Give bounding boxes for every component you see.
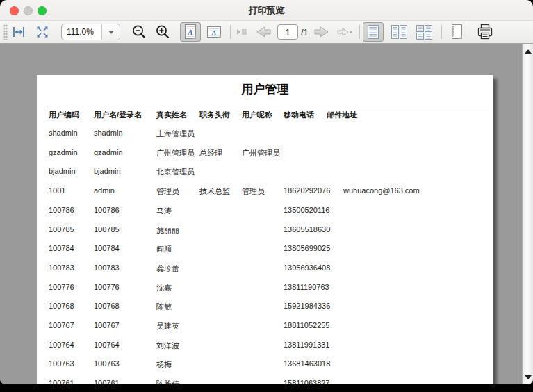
table-cell: 施丽丽 — [156, 225, 179, 236]
vertical-scrollbar[interactable] — [522, 44, 533, 384]
scroll-down-icon — [525, 375, 532, 379]
landscape-icon: A — [206, 24, 222, 40]
landscape-button[interactable]: A — [204, 22, 224, 42]
table-cell: 100786 — [49, 206, 74, 214]
chevron-down-icon — [108, 31, 114, 34]
table-cell: 1001 — [49, 186, 65, 195]
table-cell: 100776 — [49, 283, 74, 291]
table-cell: admin — [94, 186, 115, 195]
table-cell: 100761 — [94, 379, 120, 384]
table-cell: 13805699025 — [284, 244, 330, 252]
table-cell: 陈雅倩 — [156, 379, 179, 384]
table-row: 100785100785施丽丽13605518630 — [37, 225, 493, 235]
table-cell: 管理员 — [156, 186, 179, 197]
svg-text:A: A — [211, 29, 216, 36]
window-title: 打印预览 — [0, 0, 533, 21]
portrait-button[interactable]: A — [180, 22, 201, 42]
table-cell: 广州管理员 — [242, 148, 280, 158]
table-cell: 广州管理员 — [156, 148, 195, 158]
zoom-combobox — [61, 24, 120, 40]
first-page-icon — [235, 26, 249, 38]
toolbar-drag-handle[interactable] — [3, 24, 8, 40]
table-row: bjadminbjadmin北京管理员 — [37, 167, 493, 177]
zoom-dropdown-button[interactable] — [101, 24, 120, 40]
table-cell: 100784 — [49, 244, 74, 252]
table-cell: 100768 — [49, 302, 74, 310]
table-cell: 13811991331 — [284, 341, 329, 349]
zoom-in-button[interactable] — [153, 22, 172, 42]
next-page-button[interactable] — [312, 22, 331, 42]
table-cell: 100776 — [94, 283, 120, 291]
overview-view-button[interactable] — [413, 22, 435, 42]
page-setup-button[interactable] — [447, 22, 467, 42]
titlebar: 打印预览 — [0, 0, 533, 21]
table-cell: 管理员 — [242, 186, 265, 197]
toolbar-separator — [230, 25, 231, 39]
table-cell: 龚珍蕾 — [156, 263, 179, 274]
table-cell: 100785 — [49, 225, 74, 234]
portrait-icon: A — [183, 24, 198, 40]
column-header: 真实姓名 — [156, 110, 187, 120]
column-header: 移动电话 — [284, 110, 314, 120]
column-header: 用户呢称 — [242, 110, 272, 120]
svg-text:A: A — [187, 28, 192, 36]
table-row: 100763100763杨梅13681463018 — [37, 359, 493, 369]
table-cell: 刘洋波 — [156, 341, 179, 351]
scroll-down-button[interactable] — [523, 373, 533, 382]
table-cell: 陈敏 — [156, 302, 172, 312]
table-cell: 18620292076 — [284, 186, 330, 195]
toolbar: A A — [0, 21, 533, 44]
zoom-level-input[interactable] — [62, 24, 101, 40]
fit-width-button[interactable] — [10, 22, 28, 42]
facing-pages-view-icon — [390, 24, 408, 40]
table-cell: 100785 — [94, 225, 120, 234]
table-cell: 100768 — [94, 302, 120, 310]
table-cell: 13605518630 — [284, 225, 330, 234]
fit-page-icon — [35, 24, 50, 40]
report-title: 用户管理 — [37, 81, 493, 97]
previous-page-icon — [254, 24, 272, 40]
table-cell: 13811190763 — [284, 283, 329, 291]
table-cell: shadmin — [49, 129, 78, 137]
table-cell: 13956936408 — [284, 263, 330, 272]
column-header: 用户编码 — [49, 110, 79, 120]
zoom-out-button[interactable] — [129, 22, 149, 42]
table-cell: 总经理 — [199, 148, 222, 158]
page-number-input[interactable] — [277, 24, 298, 40]
table-row: 100764100764刘洋波13811991331 — [37, 341, 493, 350]
scroll-up-button[interactable] — [523, 47, 533, 56]
zoom-out-icon — [131, 24, 147, 40]
fit-page-button[interactable] — [33, 22, 51, 42]
table-cell: 100786 — [94, 206, 120, 214]
overview-view-icon — [415, 24, 433, 40]
next-page-icon — [313, 24, 331, 40]
first-page-button[interactable] — [233, 22, 250, 42]
single-page-view-button[interactable] — [363, 22, 384, 42]
page-setup-icon — [448, 23, 465, 41]
table-cell: 15921984336 — [284, 302, 330, 310]
table-cell: 100783 — [49, 263, 74, 272]
table-cell: gzadmin — [94, 148, 123, 156]
print-button[interactable] — [475, 22, 496, 42]
table-row: gzadmingzadmin广州管理员总经理广州管理员 — [37, 148, 493, 158]
table-cell: 100764 — [94, 341, 120, 349]
table-row: 100767100767吴建英18811052255 — [37, 321, 493, 331]
table-row: 100761100761陈雅倩15811063827 — [37, 379, 493, 384]
toolbar-separator — [441, 25, 442, 39]
page-count-label: /1 — [301, 27, 309, 38]
table-row: 100784100784阎顺13805699025 — [37, 244, 493, 254]
column-header: 职务头衔 — [199, 110, 230, 120]
table-cell: 杨梅 — [156, 359, 172, 370]
column-header: 邮件地址 — [327, 110, 357, 120]
table-cell: bjadmin — [49, 167, 76, 175]
preview-area: 用户管理 用户编码用户名/登录名真实姓名职务头衔用户呢称移动电话邮件地址 sha… — [0, 44, 533, 384]
table-cell: wuhuacong@163.com — [343, 186, 420, 195]
table-row: 1001admin管理员技术总监管理员18620292076wuhuacong@… — [37, 186, 493, 196]
table-cell: 100763 — [49, 359, 74, 368]
facing-pages-view-button[interactable] — [388, 22, 409, 42]
table-cell: 技术总监 — [199, 186, 230, 197]
table-cell: 100784 — [94, 244, 120, 252]
table-cell: 北京管理员 — [156, 167, 195, 177]
previous-page-button[interactable] — [254, 22, 273, 42]
last-page-button[interactable] — [336, 22, 355, 42]
